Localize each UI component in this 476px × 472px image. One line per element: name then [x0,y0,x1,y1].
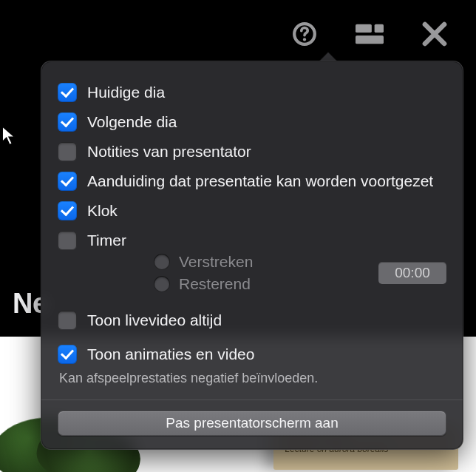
svg-rect-3 [375,24,384,33]
option-clock[interactable]: Klok [58,196,446,226]
option-note: Kan afspeelprestaties negatief beïnvloed… [58,369,446,386]
app-window: Ne Special treat! • Lecture on aurora bo… [0,0,476,472]
radio[interactable] [154,276,170,292]
option-label: Timer [87,232,126,249]
checkbox[interactable] [58,172,77,191]
svg-rect-2 [356,24,372,33]
presenter-toolbar [290,19,449,49]
radio[interactable] [154,254,170,270]
checkbox[interactable] [58,142,77,161]
popover-body: Huidige dia Volgende dia Notities van pr… [41,61,463,450]
close-icon[interactable] [420,19,449,49]
customize-presenter-display-button[interactable]: Pas presentatorscherm aan [58,411,446,436]
checkbox[interactable] [58,201,77,220]
divider [41,399,463,400]
timer-mode-elapsed[interactable]: Verstreken [154,251,253,273]
option-label: Toon livevideo altijd [87,311,222,329]
layout-icon[interactable] [355,19,384,49]
option-label: Notities van presentator [87,143,251,161]
svg-point-1 [303,38,306,41]
option-show-animations[interactable]: Toon animaties en video [58,340,446,369]
help-icon[interactable] [290,19,319,49]
option-ready-indicator[interactable]: Aanduiding dat presentatie kan worden vo… [58,166,446,196]
svg-rect-4 [356,36,384,44]
option-label: Volgende dia [87,113,177,131]
timer-subgroup: Verstreken Resterend 00:00 [87,251,446,295]
timer-mode-remaining[interactable]: Resterend [154,273,253,295]
timer-value-field[interactable]: 00:00 [378,262,446,284]
checkbox[interactable] [58,345,77,364]
checkbox[interactable] [58,231,77,250]
option-label: Klok [87,202,118,220]
presenter-display-popover: Huidige dia Volgende dia Notities van pr… [41,61,463,450]
option-label: Aanduiding dat presentatie kan worden vo… [87,172,433,190]
option-show-live-video[interactable]: Toon livevideo altijd [58,306,446,335]
option-label: Huidige dia [87,84,165,101]
option-label: Toon animaties en video [87,345,254,363]
checkbox[interactable] [58,112,77,132]
radio-label: Verstreken [179,253,253,271]
option-next-slide[interactable]: Volgende dia [58,107,446,137]
radio-label: Resterend [179,275,251,293]
option-presenter-notes[interactable]: Notities van presentator [58,137,446,166]
mouse-cursor-icon [1,126,18,146]
checkbox[interactable] [58,311,77,330]
option-current-slide[interactable]: Huidige dia [58,78,446,107]
checkbox[interactable] [58,83,77,102]
